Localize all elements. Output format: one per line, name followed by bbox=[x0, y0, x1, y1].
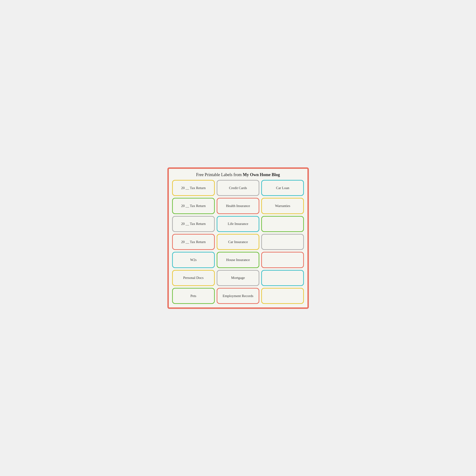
label-card-r7c3 bbox=[261, 288, 304, 304]
title-bold: My Own Home Blog bbox=[243, 172, 280, 177]
label-card-r2c2: Health Insurance bbox=[217, 198, 259, 214]
label-card-r1c1: 20 __ Tax Return bbox=[172, 180, 215, 196]
label-card-r3c3 bbox=[261, 216, 304, 232]
label-card-r4c1: 20 __ Tax Return bbox=[172, 234, 215, 250]
label-card-r2c3: Warranties bbox=[261, 198, 304, 214]
page-container: Free Printable Labels from My Own Home B… bbox=[167, 167, 309, 309]
label-grid: 20 __ Tax ReturnCredit CardsCar Loan20 _… bbox=[172, 180, 304, 304]
label-card-r4c2: Car Insurance bbox=[217, 234, 259, 250]
label-card-r2c1: 20 __ Tax Return bbox=[172, 198, 215, 214]
label-card-r6c2: Mortgage bbox=[217, 270, 259, 286]
label-card-r6c1: Personal Docs bbox=[172, 270, 215, 286]
label-card-r1c2: Credit Cards bbox=[217, 180, 259, 196]
label-card-r5c1: W2s bbox=[172, 252, 215, 268]
label-card-r5c3 bbox=[261, 252, 304, 268]
label-card-r3c2: Life Insurance bbox=[217, 216, 259, 232]
label-card-r1c3: Car Loan bbox=[261, 180, 304, 196]
label-card-r6c3 bbox=[261, 270, 304, 286]
title-plain: Free Printable Labels from bbox=[196, 172, 243, 177]
label-card-r7c2: Employment Records bbox=[217, 288, 259, 304]
label-card-r3c1: 20 __ Tax Return bbox=[172, 216, 215, 232]
label-card-r7c1: Pets bbox=[172, 288, 215, 304]
page-title: Free Printable Labels from My Own Home B… bbox=[172, 172, 304, 178]
label-card-r4c3 bbox=[261, 234, 304, 250]
label-card-r5c2: House Insurance bbox=[217, 252, 259, 268]
